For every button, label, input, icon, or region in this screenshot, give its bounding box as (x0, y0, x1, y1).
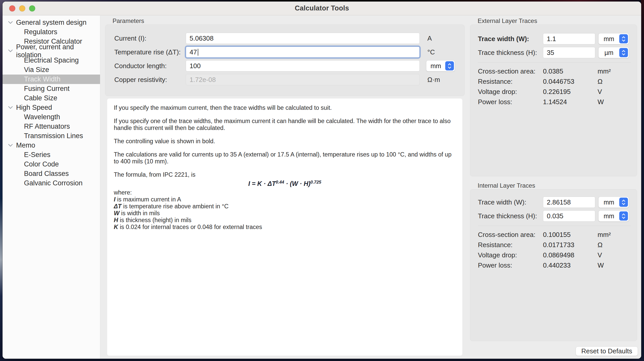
ext-voltage-drop-value: 0.226195 (543, 88, 598, 96)
ext-trace-thickness-value: 35 (547, 49, 554, 57)
sidebar-item-label: Memo (16, 141, 35, 149)
current-label: Current (I): (114, 34, 186, 42)
int-voltage-drop-label: Voltage drop: (478, 251, 543, 259)
int-power-loss-label: Power loss: (478, 261, 543, 269)
formula-legend: where: I is maximum current in A ΔT is t… (114, 189, 456, 231)
current-value: 5.06308 (190, 34, 214, 42)
sidebar-item-via-size[interactable]: Via Size (3, 65, 100, 75)
int-area-value: 0.100155 (543, 231, 598, 239)
temperature-rise-unit: °C (427, 48, 435, 56)
sidebar-item-general-system-design[interactable]: General system design (3, 18, 100, 27)
chevron-down-icon[interactable] (8, 106, 15, 110)
sidebar-item-rf-attenuators[interactable]: RF Attenuators (3, 122, 100, 131)
legend-line: K is 0.024 for internal traces or 0.048 … (114, 224, 456, 231)
sidebar-item-label: RF Attenuators (24, 123, 70, 130)
sidebar-item-galvanic-corrosion[interactable]: Galvanic Corrosion (3, 178, 100, 188)
int-trace-thickness-input[interactable]: 0.035 (543, 210, 595, 222)
int-power-loss-unit: W (598, 261, 604, 269)
sidebar-item-track-width[interactable]: Track Width (3, 75, 100, 84)
chevron-down-icon[interactable] (8, 21, 15, 25)
sidebar-item-power-current-and-isolation[interactable]: Power, current and isolation (3, 46, 100, 56)
int-resistance-value: 0.0171733 (543, 241, 598, 249)
int-power-loss-value: 0.440233 (543, 261, 598, 269)
sidebar-item-label: Cable Size (24, 94, 57, 102)
sidebar-item-board-classes[interactable]: Board Classes (3, 169, 100, 178)
ext-trace-thickness-label: Trace thickness (H): (478, 49, 543, 57)
internal-layer-traces-group: Trace width (W): 2.86158 mm Trace thickn… (470, 189, 637, 341)
reset-to-defaults-button[interactable]: Reset to Defaults (576, 346, 638, 356)
stepper-icon (619, 211, 628, 221)
desktop-wallpaper-right (641, 0, 644, 361)
temperature-rise-input[interactable]: 47 (186, 46, 420, 58)
stepper-icon (619, 34, 628, 43)
int-trace-thickness-unit-dropdown[interactable]: mm (598, 210, 629, 222)
int-resistance-unit: Ω (598, 241, 602, 249)
internal-layer-traces-heading: Internal Layer Traces (478, 182, 535, 189)
sidebar-item-high-speed[interactable]: High Speed (3, 103, 100, 112)
sidebar-item-label: Board Classes (24, 170, 69, 178)
sidebar-item-wavelength[interactable]: Wavelength (3, 112, 100, 122)
conductor-length-label: Conductor length: (114, 62, 186, 70)
ext-trace-width-label: Trace width (W): (478, 35, 543, 43)
traffic-lights (9, 2, 35, 15)
sidebar-item-color-code[interactable]: Color Code (3, 160, 100, 169)
unit-label: mm (426, 62, 445, 70)
sidebar-item-e-series[interactable]: E-Series (3, 150, 100, 160)
int-voltage-drop-value: 0.0869498 (543, 251, 598, 259)
window-title: Calculator Tools (295, 4, 349, 12)
ext-resistance-label: Resistance: (478, 78, 543, 86)
zoom-button[interactable] (29, 5, 35, 11)
sidebar-item-regulators[interactable]: Regulators (3, 27, 100, 37)
copper-resistivity-unit: Ω·m (427, 76, 440, 84)
conductor-length-unit-dropdown[interactable]: mm (426, 60, 455, 71)
legend-line: ΔT is temperature rise above ambient in … (114, 203, 456, 210)
unit-label: mm (599, 199, 619, 206)
minimize-button[interactable] (19, 5, 25, 11)
int-trace-thickness-value: 0.035 (547, 212, 563, 220)
help-paragraph: If you specify the maximum current, then… (114, 104, 456, 111)
titlebar[interactable]: Calculator Tools (3, 2, 641, 15)
ext-trace-width-unit-dropdown[interactable]: mm (598, 33, 629, 44)
unit-label: mm (599, 212, 619, 220)
conductor-length-value: 100 (190, 62, 201, 70)
help-paragraph: The calculations are valid for currents … (114, 151, 456, 165)
int-trace-width-label: Trace width (W): (478, 198, 543, 206)
copper-resistivity-value: 1.72e-08 (190, 76, 216, 84)
unit-label: mm (599, 35, 619, 43)
ext-trace-thickness-input[interactable]: 35 (543, 47, 595, 58)
sidebar-item-fusing-current[interactable]: Fusing Current (3, 84, 100, 93)
sidebar-item-cable-size[interactable]: Cable Size (3, 93, 100, 103)
stepper-icon (445, 61, 454, 70)
int-trace-width-unit-dropdown[interactable]: mm (598, 197, 629, 208)
copper-resistivity-input: 1.72e-08 (186, 74, 420, 85)
sidebar-item-transmission-lines[interactable]: Transmission Lines (3, 131, 100, 141)
ext-trace-width-value: 1.1 (547, 35, 556, 43)
sidebar-item-electrical-spacing[interactable]: Electrical Spacing (3, 56, 100, 65)
help-paragraph: If you specify one of the trace widths, … (114, 118, 456, 131)
int-trace-width-value: 2.86158 (547, 198, 571, 206)
chevron-down-icon[interactable] (8, 49, 15, 53)
sidebar-item-label: Fusing Current (24, 85, 70, 93)
int-trace-width-input[interactable]: 2.86158 (543, 197, 595, 208)
parameters-heading: Parameters (113, 17, 144, 25)
desktop-wallpaper-bottom (0, 358, 644, 361)
chevron-down-icon[interactable] (8, 143, 15, 148)
int-trace-thickness-label: Trace thickness (H): (478, 212, 543, 220)
calculator-tree: General system design Regulators Resisto… (3, 16, 100, 359)
help-text-panel: If you specify the maximum current, then… (107, 99, 462, 356)
sidebar-item-label: General system design (16, 19, 86, 27)
close-button[interactable] (9, 5, 15, 11)
unit-label: µm (599, 49, 619, 56)
sidebar-item-label: Electrical Spacing (24, 56, 79, 64)
sidebar-item-memo[interactable]: Memo (3, 141, 100, 150)
ext-power-loss-value: 1.14524 (543, 98, 598, 106)
formula-intro: The formula, from IPC 2221, is (114, 171, 456, 178)
ipc2221-formula: I = K · ΔT0.44 · (W · H)0.725 (114, 179, 456, 187)
legend-line: I is maximum current in A (114, 196, 456, 203)
temperature-rise-label: Temperature rise (ΔT): (114, 48, 186, 56)
conductor-length-input[interactable]: 100 (186, 60, 420, 71)
current-input[interactable]: 5.06308 (186, 33, 420, 44)
ext-trace-thickness-unit-dropdown[interactable]: µm (598, 47, 629, 58)
ext-trace-width-input[interactable]: 1.1 (543, 33, 595, 44)
int-resistance-label: Resistance: (478, 241, 543, 249)
